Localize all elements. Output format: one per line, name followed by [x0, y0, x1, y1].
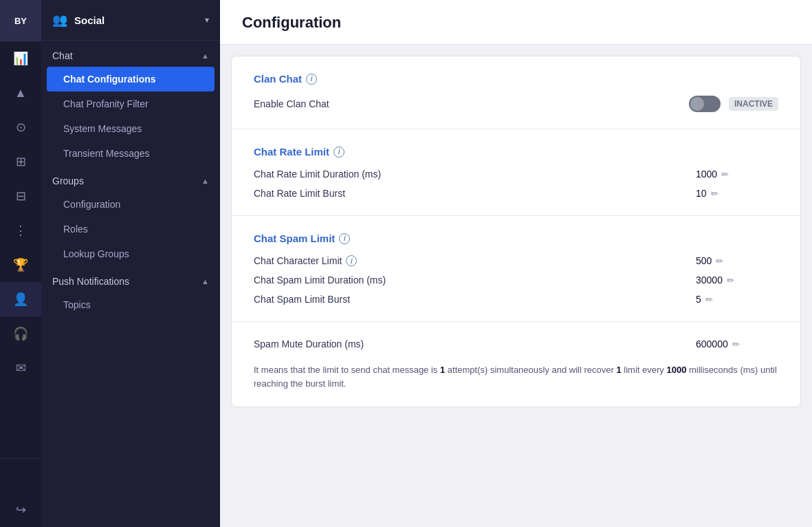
social-icon: 👥	[52, 12, 67, 28]
sidebar-item-transient-messages[interactable]: Transient Messages	[41, 141, 220, 166]
mail-icon[interactable]: ✉	[0, 351, 41, 385]
config-panel: Clan Chat i Enable Clan Chat INACTIVE Ch…	[231, 56, 801, 407]
chat-character-limit-edit-icon[interactable]: ✏	[716, 256, 723, 266]
sidebar-group-push-notifications[interactable]: Push Notifications ▲	[41, 266, 220, 292]
chat-spam-limit-duration-row: Chat Spam Limit Duration (ms) 30000 ✏	[254, 275, 778, 286]
sidebar-section-title: Social	[74, 14, 105, 26]
chat-rate-limit-duration-label: Chat Rate Limit Duration (ms)	[254, 169, 696, 180]
sidebar: 👥 Social ▾ Chat ▲ Chat Configurations Ch…	[41, 0, 220, 527]
spam-mute-duration-row: Spam Mute Duration (ms) 600000 ✏	[254, 338, 778, 349]
chat-character-limit-row: Chat Character Limit i 500 ✏	[254, 255, 778, 266]
headset-icon[interactable]: 🎧	[0, 316, 41, 351]
chat-rate-limit-burst-label: Chat Rate Limit Burst	[254, 188, 696, 199]
sidebar-item-configuration[interactable]: Configuration	[41, 192, 220, 217]
chat-spam-limit-burst-row: Chat Spam Limit Burst 5 ✏	[254, 294, 778, 305]
toggle-knob	[690, 97, 704, 111]
footer-note: It means that the limit to send chat mes…	[254, 363, 778, 390]
stack-icon[interactable]: ⋮	[0, 213, 41, 248]
sidebar-item-chat-configurations[interactable]: Chat Configurations	[47, 67, 215, 92]
spam-mute-duration-value: 600000 ✏	[696, 338, 778, 349]
analytics-icon[interactable]: 📊	[0, 41, 41, 76]
chat-spam-limit-duration-edit-icon[interactable]: ✏	[727, 275, 734, 286]
clan-chat-section: Clan Chat i Enable Clan Chat INACTIVE	[232, 56, 800, 129]
clan-chat-title: Clan Chat i	[254, 73, 778, 85]
users-icon[interactable]: 👤	[0, 282, 41, 316]
chat-spam-limit-duration-label: Chat Spam Limit Duration (ms)	[254, 275, 696, 286]
chat-spam-limit-section: Chat Spam Limit i Chat Character Limit i…	[232, 216, 800, 322]
gamepad-icon[interactable]: ⊙	[0, 110, 41, 144]
chat-spam-limit-info-icon[interactable]: i	[339, 233, 350, 244]
sidebar-group-push-label: Push Notifications	[52, 276, 129, 287]
chat-rate-limit-duration-value: 1000 ✏	[696, 169, 778, 180]
push-chevron-icon: ▲	[201, 277, 209, 286]
sidebar-item-system-messages[interactable]: System Messages	[41, 116, 220, 141]
enable-clan-chat-row: Enable Clan Chat INACTIVE	[254, 96, 778, 112]
chat-spam-limit-title: Chat Spam Limit i	[254, 233, 778, 244]
chat-rate-limit-burst-row: Chat Rate Limit Burst 10 ✏	[254, 188, 778, 199]
page-title: Configuration	[242, 14, 790, 32]
chat-character-limit-value: 500 ✏	[696, 255, 778, 266]
chat-chevron-icon: ▲	[201, 52, 209, 60]
toggle-inactive-label: INACTIVE	[729, 97, 778, 111]
chat-rate-limit-burst-edit-icon[interactable]: ✏	[711, 189, 718, 199]
chat-rate-limit-info-icon[interactable]: i	[333, 147, 344, 158]
sidebar-chevron: ▾	[205, 15, 209, 25]
enable-clan-chat-toggle-wrap: INACTIVE	[689, 96, 778, 112]
chat-rate-limit-duration-edit-icon[interactable]: ✏	[721, 169, 729, 180]
chat-spam-limit-burst-value: 5 ✏	[696, 294, 778, 305]
store-icon[interactable]: ⊟	[0, 179, 41, 213]
chat-spam-limit-duration-value: 30000 ✏	[696, 275, 778, 286]
chat-rate-limit-section: Chat Rate Limit i Chat Rate Limit Durati…	[232, 129, 800, 216]
spam-mute-duration-label: Spam Mute Duration (ms)	[254, 338, 696, 349]
trophy-icon[interactable]: 🏆	[0, 248, 41, 282]
sidebar-header[interactable]: 👥 Social ▾	[41, 0, 220, 41]
groups-chevron-icon: ▲	[201, 177, 209, 185]
logout-icon[interactable]: ↪	[0, 493, 41, 527]
page-header: Configuration	[220, 0, 812, 45]
chat-character-limit-info-icon[interactable]: i	[346, 255, 357, 266]
sidebar-group-groups-label: Groups	[52, 175, 84, 186]
spam-mute-section: Spam Mute Duration (ms) 600000 ✏ It mean…	[232, 322, 800, 407]
sidebar-item-lookup-groups[interactable]: Lookup Groups	[41, 241, 220, 266]
sidebar-group-chat[interactable]: Chat ▲	[41, 41, 220, 67]
app-logo: BY	[0, 0, 41, 41]
chat-rate-limit-title: Chat Rate Limit i	[254, 146, 778, 158]
chat-rate-limit-burst-value: 10 ✏	[696, 188, 778, 199]
enable-clan-chat-label: Enable Clan Chat	[254, 98, 689, 109]
divider	[0, 458, 41, 493]
enable-clan-chat-toggle[interactable]	[689, 96, 721, 112]
table-icon[interactable]: ⊞	[0, 144, 41, 179]
icon-rail: BY 📊 ▲ ⊙ ⊞ ⊟ ⋮ 🏆 👤 🎧 ✉ ↪	[0, 0, 41, 527]
chat-spam-limit-burst-label: Chat Spam Limit Burst	[254, 294, 696, 305]
sidebar-group-chat-label: Chat	[52, 50, 73, 61]
main-content: Configuration Clan Chat i Enable Clan Ch…	[220, 0, 812, 527]
chat-spam-limit-burst-edit-icon[interactable]: ✏	[705, 294, 713, 305]
chat-character-limit-label: Chat Character Limit i	[254, 255, 696, 266]
sidebar-item-roles[interactable]: Roles	[41, 217, 220, 241]
sidebar-group-groups[interactable]: Groups ▲	[41, 166, 220, 192]
clan-chat-info-icon[interactable]: i	[306, 74, 317, 85]
leaderboard-icon[interactable]: ▲	[0, 76, 41, 110]
chat-rate-limit-duration-row: Chat Rate Limit Duration (ms) 1000 ✏	[254, 169, 778, 180]
sidebar-item-topics[interactable]: Topics	[41, 292, 220, 317]
spam-mute-duration-edit-icon[interactable]: ✏	[732, 339, 740, 349]
sidebar-item-chat-profanity-filter[interactable]: Chat Profanity Filter	[41, 92, 220, 116]
